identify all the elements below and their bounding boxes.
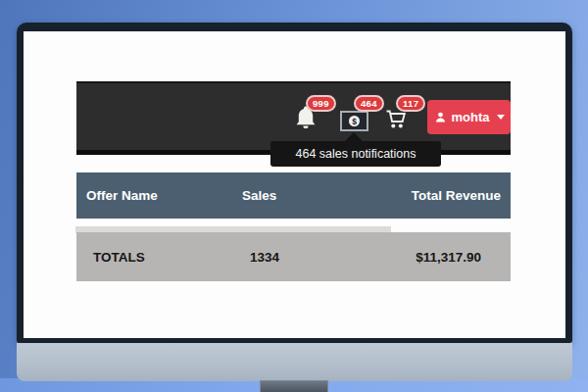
monitor-chin [17,343,572,381]
sales-count-badge[interactable]: 464 [354,95,384,112]
totals-label: TOTALS [76,250,242,265]
column-header-offer-name[interactable]: Offer Name [76,188,242,203]
person-icon [434,111,447,123]
column-header-sales[interactable]: Sales [242,188,389,203]
sales-notifications-tooltip: 464 sales notifications [270,141,441,167]
table-header-row: Offer Name Sales Total Revenue [76,172,511,219]
monitor-stand [260,380,328,392]
tooltip-text: 464 sales notifications [296,147,416,161]
table-row-totals: TOTALS 1334 $11,317.90 [76,232,511,281]
cart-icon[interactable] [384,108,408,135]
money-icon[interactable]: $ [340,111,368,131]
column-header-total-revenue[interactable]: Total Revenue [389,188,511,203]
alerts-count-badge[interactable]: 999 [306,95,336,112]
user-menu-button[interactable]: mohta [427,100,511,134]
chevron-down-icon [497,115,505,120]
cart-count-badge[interactable]: 117 [396,95,425,112]
monitor-frame: 999 $ 464 117 moh [17,23,572,343]
user-name-label: mohta [452,110,490,124]
screen: 999 $ 464 117 moh [24,31,565,338]
totals-revenue-value: $11,317.90 [389,250,511,265]
dollar-sign: $ [349,116,360,126]
totals-sales-value: 1334 [242,250,389,265]
